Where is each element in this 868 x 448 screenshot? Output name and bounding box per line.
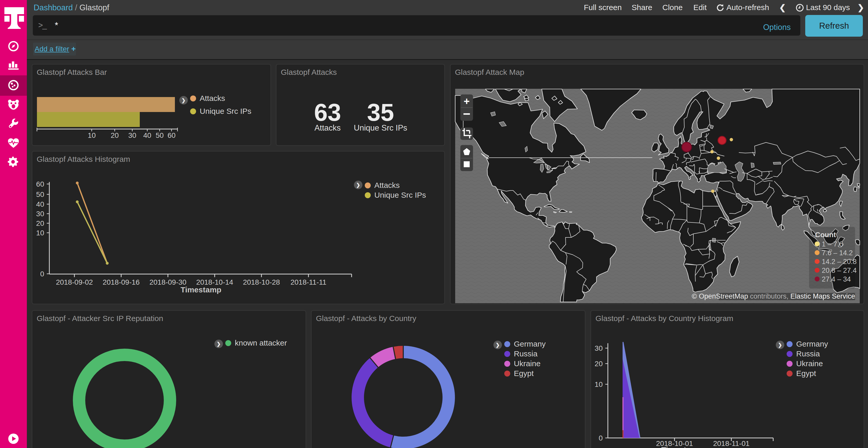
svg-text:10: 10 — [36, 229, 44, 237]
svg-text:30: 30 — [128, 131, 136, 139]
svg-text:2018-09-16: 2018-09-16 — [102, 278, 140, 286]
svg-text:Count: Count — [815, 231, 836, 239]
svg-text:0: 0 — [40, 270, 44, 278]
svg-text:2018-09-30: 2018-09-30 — [149, 278, 186, 286]
svg-text:2018-11-01: 2018-11-01 — [713, 440, 749, 447]
svg-text:+: + — [464, 96, 470, 107]
svg-text:20: 20 — [595, 360, 603, 368]
svg-text:10: 10 — [595, 380, 603, 388]
svg-text:50: 50 — [36, 191, 44, 199]
svg-text:50: 50 — [156, 131, 163, 139]
svg-text:60: 60 — [36, 180, 44, 188]
svg-text:20: 20 — [111, 131, 119, 139]
svg-text:2018-09-02: 2018-09-02 — [56, 278, 93, 286]
svg-text:40: 40 — [143, 131, 151, 139]
svg-text:7.6 – 14.2: 7.6 – 14.2 — [822, 249, 853, 257]
svg-text:14.2 – 20.8: 14.2 – 20.8 — [822, 258, 857, 266]
svg-text:1 – 7.6: 1 – 7.6 — [822, 240, 843, 248]
svg-text:0: 0 — [598, 434, 603, 442]
svg-text:Timestamp: Timestamp — [181, 285, 221, 294]
svg-text:30: 30 — [36, 210, 44, 218]
svg-text:20.8 – 27.4: 20.8 – 27.4 — [822, 267, 857, 274]
svg-text:2018-10-14: 2018-10-14 — [196, 278, 233, 286]
svg-text:10: 10 — [88, 131, 96, 139]
svg-text:27.4 – 34: 27.4 – 34 — [822, 275, 851, 283]
svg-text:20: 20 — [36, 219, 44, 227]
svg-text:60: 60 — [167, 131, 176, 139]
svg-text:30: 30 — [595, 344, 603, 352]
svg-text:2018-11-11: 2018-11-11 — [290, 278, 326, 286]
svg-text:© OpenStreetMap contributors,: © OpenStreetMap contributors, Elastic Ma… — [692, 292, 855, 300]
svg-text:2018-10-28: 2018-10-28 — [243, 278, 280, 286]
svg-text:40: 40 — [36, 200, 44, 208]
